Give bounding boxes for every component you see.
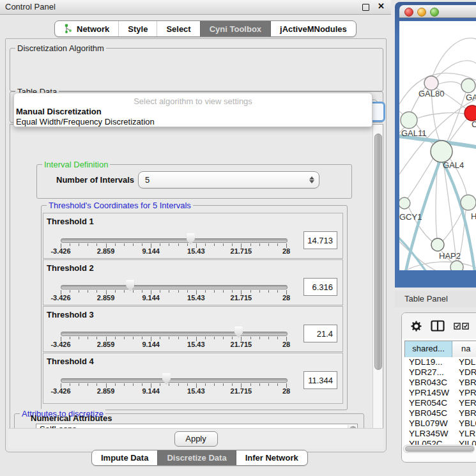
network-node[interactable] [399, 197, 410, 209]
cell-shared-name[interactable]: YBR045C [404, 408, 452, 418]
thresholds-group: Threshold's Coordinates for 5 Intervals … [41, 205, 348, 410]
cell-name[interactable]: YDL1 [452, 357, 476, 367]
cell-shared-name[interactable]: YBR043C [404, 378, 452, 388]
network-node[interactable] [461, 195, 476, 210]
table-panel-titlebar: Table Panel [395, 291, 476, 307]
tick-label: 9.144 [142, 341, 160, 348]
network-canvas[interactable]: GAL80GACGAL11GAL4GCY1HHAP2 [399, 21, 476, 270]
tab-discretize-data[interactable]: Discretize Data [158, 450, 236, 465]
table-row[interactable]: YER054CYER0 [404, 398, 476, 408]
cell-name[interactable]: YPR1 [452, 388, 476, 398]
tab-infer-network[interactable]: Infer Network [236, 450, 307, 465]
threshold-2-label: Threshold 2 [47, 263, 94, 273]
combo-spinner-icon[interactable] [305, 176, 319, 183]
table-row[interactable]: YDL19...YDL1 [404, 357, 476, 367]
tab-impute-data[interactable]: Impute Data [92, 450, 158, 465]
network-window-titlebar [399, 5, 476, 18]
tick-label: 9.144 [142, 387, 160, 395]
discretization-algorithm-group: Discretization Algorithm [10, 48, 383, 91]
tick-label: 21.715 [231, 247, 252, 255]
tick-label: 2.859 [97, 294, 115, 302]
tab-discretize-data-label: Discretize Data [167, 453, 226, 463]
table-row[interactable]: YDR27...YDR2 [404, 367, 476, 378]
threshold-3-slider-track[interactable] [61, 332, 288, 336]
number-of-intervals-label: Number of Intervals [56, 175, 134, 185]
threshold-1-panel: Threshold 1 -3.4262.8599.14415.4321.7152… [43, 213, 343, 259]
checkbox-pair-icon[interactable] [454, 323, 469, 330]
tab-jactivemnodules[interactable]: jActiveMNodules [271, 21, 356, 36]
panel-scrollbar[interactable] [372, 125, 383, 428]
tick-label: 9.144 [142, 294, 160, 302]
cell-shared-name[interactable]: YER054C [404, 398, 452, 408]
tick-label: 15.43 [187, 247, 205, 255]
tick-label: 21.715 [231, 387, 252, 395]
network-node[interactable] [424, 76, 438, 90]
close-icon[interactable]: ✕ [378, 1, 385, 11]
table-body: YDL19...YDL1YDR27...YDR2YBR043CYBR0YPR14… [404, 357, 476, 445]
table-hscrollbar-thumb[interactable] [405, 446, 474, 452]
threshold-2-slider-track[interactable] [61, 285, 288, 289]
table-row[interactable]: YPR145WYPR1 [404, 388, 476, 398]
tab-style[interactable]: Style [119, 21, 157, 36]
numerical-attributes-label: Numerical Attributes [31, 413, 112, 423]
threshold-3-value-field[interactable]: 21.4 [303, 325, 337, 342]
bottom-tab-bar: Impute Data Discretize Data Infer Networ… [91, 450, 308, 466]
threshold-4-slider-track[interactable] [61, 378, 288, 383]
table-row[interactable]: YBR043CYBR0 [404, 378, 476, 388]
slider-tick-labels: -3.4262.8599.14415.4321.71528 [61, 387, 286, 395]
tab-select[interactable]: Select [157, 21, 200, 36]
cell-name[interactable]: YBR0 [452, 378, 476, 388]
cell-name[interactable]: YER0 [452, 398, 476, 408]
apply-button[interactable]: Apply [174, 431, 218, 447]
settings-gear-icon[interactable] [411, 321, 422, 332]
cell-shared-name[interactable]: YBL079W [404, 418, 452, 429]
minimize-traffic-light[interactable] [417, 8, 426, 17]
tab-cyni-toolbox[interactable]: Cyni Toolbox [201, 21, 271, 36]
table-row[interactable]: YBL079WYBL0 [404, 418, 476, 429]
threshold-4-value-field[interactable]: 11.344 [303, 371, 337, 389]
dropdown-prompt: Select algorithm to view settings [14, 96, 372, 106]
network-node[interactable] [464, 105, 476, 121]
network-node[interactable] [431, 238, 444, 251]
column-header-name[interactable]: na [452, 341, 476, 357]
cell-name[interactable]: YBR0 [452, 408, 476, 418]
cell-shared-name[interactable]: YLR345W [404, 429, 452, 439]
tick-label: 21.715 [231, 341, 252, 348]
threshold-1-value-field[interactable]: 14.713 [303, 231, 337, 249]
close-traffic-light[interactable] [404, 8, 413, 17]
column-header-shared-name[interactable]: shared... [405, 341, 452, 357]
split-columns-icon[interactable] [431, 320, 445, 332]
zoom-traffic-light[interactable] [430, 8, 439, 17]
cell-shared-name[interactable]: YPR145W [404, 388, 452, 398]
threshold-1-slider-track[interactable] [61, 238, 288, 243]
number-of-intervals-combobox[interactable]: 5 [138, 171, 319, 188]
node-label: GAL4 [443, 160, 464, 170]
panel-scrollbar-thumb[interactable] [374, 134, 382, 370]
cell-shared-name[interactable]: YDL19... [404, 357, 452, 367]
dropdown-option-manual-discretization[interactable]: Manual Discretization [16, 107, 102, 116]
tab-network[interactable]: Network [55, 21, 119, 36]
table-horizontal-scrollbar[interactable] [403, 445, 475, 453]
network-node[interactable] [401, 112, 417, 128]
tick-label: 21.715 [231, 294, 252, 302]
tick-label: 9.144 [142, 247, 160, 255]
tick-label: 28 [282, 341, 290, 348]
table-row[interactable]: YLR345WYLR3 [404, 429, 476, 439]
cell-name[interactable]: YDR2 [452, 367, 476, 378]
network-node[interactable] [431, 141, 452, 162]
dropdown-option-equal-width[interactable]: Equal Width/Frequency Discretization [16, 117, 155, 127]
table-row[interactable]: YBR045CYBR0 [404, 408, 476, 418]
cell-shared-name[interactable]: YDR27... [404, 367, 452, 378]
network-node[interactable] [461, 79, 475, 93]
threshold-2-value-field[interactable]: 6.316 [303, 278, 337, 296]
tick-label: 2.859 [97, 341, 115, 348]
tick-label: 15.43 [187, 341, 205, 348]
float-window-icon[interactable] [362, 4, 369, 11]
tab-cyni-toolbox-label: Cyni Toolbox [210, 24, 261, 34]
window-title: Control Panel [5, 2, 56, 12]
network-node[interactable] [450, 261, 463, 270]
cell-name[interactable]: YBL0 [452, 418, 476, 429]
cell-name[interactable]: YLR3 [452, 429, 476, 439]
tick-label: 28 [282, 247, 290, 255]
threshold-4-label: Threshold 4 [47, 357, 94, 366]
